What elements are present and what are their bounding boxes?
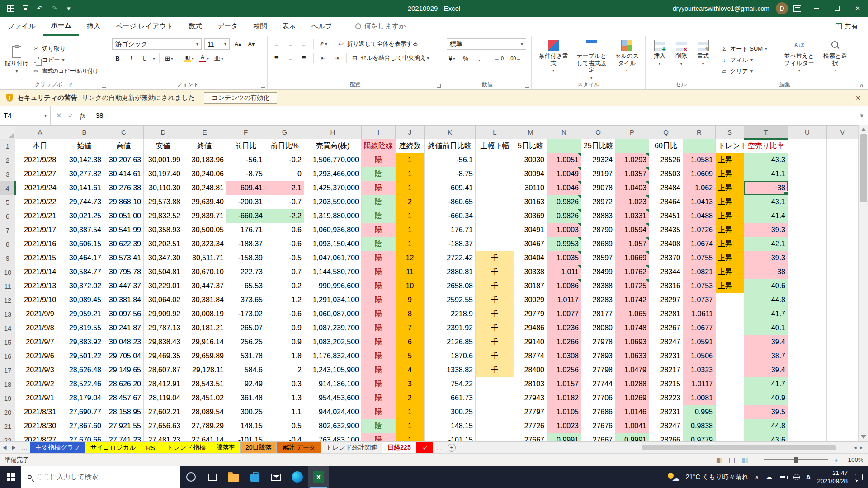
sheet-tab-主要指標グラフ[interactable]: 主要指標グラフ — [30, 442, 85, 453]
sheet-tab-累計 データ[interactable]: 累計 データ — [277, 442, 321, 453]
cell-R19[interactable]: 1.0081 — [683, 391, 716, 405]
cell-Q17[interactable]: 28217 — [649, 363, 683, 377]
cell-T9[interactable]: 39.3 — [744, 251, 788, 265]
cell-L16[interactable]: 千 — [476, 349, 514, 363]
copy-button[interactable]: コピー▾ — [33, 55, 99, 66]
row-header-13[interactable]: 13 — [0, 307, 15, 321]
cell-S5[interactable]: 上昇 — [716, 195, 744, 209]
zoom-in-button[interactable]: + — [834, 456, 838, 464]
cell-G12[interactable]: 1.2 — [265, 293, 304, 307]
cell-C8[interactable]: 30,622.39 — [104, 237, 144, 251]
cell-Q19[interactable]: 28223 — [649, 391, 683, 405]
cell-K8[interactable]: -188.37 — [425, 237, 476, 251]
format-painter-button[interactable]: ✏書式のコピー/貼り付け — [33, 66, 99, 77]
row-header-5[interactable]: 5 — [0, 195, 15, 209]
cell-I10[interactable]: 陽 — [362, 265, 396, 279]
cell-C6[interactable]: 30,051.00 — [104, 209, 144, 223]
cell-K9[interactable]: 2722.42 — [425, 251, 476, 265]
column-header-B[interactable]: B — [65, 126, 104, 139]
cell-K6[interactable]: -660.34 — [425, 209, 476, 223]
increase-indent-button[interactable]: ⇥ — [331, 52, 342, 63]
cell-I13[interactable]: 陽 — [362, 307, 396, 321]
normal-view-button[interactable]: ▦ — [716, 456, 722, 464]
cell-F22[interactable]: -101.15 — [226, 433, 265, 442]
cell-L15[interactable]: 千 — [476, 335, 514, 349]
cell-M22[interactable]: 27667 — [514, 433, 547, 442]
cell-A5[interactable]: 2021/9/22 — [15, 195, 65, 209]
cell-A1[interactable]: 本日 — [15, 139, 65, 153]
number-format-select[interactable]: 標準▾ — [447, 38, 526, 50]
cell-J1[interactable]: 連続数 — [396, 139, 425, 153]
sheet-tab-RSI[interactable]: RSI — [141, 442, 162, 453]
cell-Q15[interactable]: 28247 — [649, 335, 683, 349]
zoom-out-button[interactable]: − — [754, 456, 758, 464]
cell-H18[interactable]: 914,186,100 — [304, 377, 362, 391]
cell-T2[interactable]: 43.3 — [744, 153, 788, 167]
cell-T18[interactable]: 41.7 — [744, 377, 788, 391]
cell-L1[interactable]: 上幅下幅 — [476, 139, 514, 153]
hscroll-right-icon[interactable]: ▸ — [860, 445, 863, 450]
cell-V13[interactable] — [827, 307, 859, 321]
cell-J21[interactable]: 1 — [396, 419, 425, 433]
cell-M6[interactable]: 30369 — [514, 209, 547, 223]
cell-S10[interactable]: 上昇 — [716, 265, 744, 279]
row-header-15[interactable]: 15 — [0, 335, 15, 349]
cell-R4[interactable]: 1.062 — [683, 181, 716, 195]
cell-M8[interactable]: 30467 — [514, 237, 547, 251]
cell-J6[interactable]: 1 — [396, 209, 425, 223]
cell-Q14[interactable]: 28267 — [649, 321, 683, 335]
cell-A21[interactable]: 2021/8/30 — [15, 419, 65, 433]
cell-O14[interactable]: 28080 — [581, 321, 615, 335]
cell-C1[interactable]: 高値 — [104, 139, 144, 153]
cell-F13[interactable]: -173.02 — [226, 307, 265, 321]
cell-I5[interactable]: 陰 — [362, 195, 396, 209]
cell-K4[interactable]: 609.41 — [425, 181, 476, 195]
cell-U13[interactable] — [788, 307, 827, 321]
cell-L17[interactable]: 千 — [476, 363, 514, 377]
cell-T7[interactable]: 39.3 — [744, 223, 788, 237]
delete-cells-button[interactable]: 削除▾ — [671, 38, 692, 81]
cell-O6[interactable]: 28883 — [581, 209, 615, 223]
cell-O10[interactable]: 28499 — [581, 265, 615, 279]
zoom-slider-knob[interactable] — [794, 457, 798, 463]
cell-L20[interactable] — [476, 405, 514, 419]
cell-T22[interactable]: 43.6 — [744, 433, 788, 442]
comma-format-button[interactable]: , — [474, 53, 485, 64]
cell-O4[interactable]: 29078 — [581, 181, 615, 195]
cell-O8[interactable]: 28689 — [581, 237, 615, 251]
cell-I18[interactable]: 陽 — [362, 377, 396, 391]
cell-H21[interactable]: 802,632,900 — [304, 419, 362, 433]
cell-E16[interactable]: 29,659.89 — [183, 349, 226, 363]
cell-H11[interactable]: 990,996,600 — [304, 279, 362, 293]
cell-R15[interactable]: 1.0591 — [683, 335, 716, 349]
cell-C4[interactable]: 30,276.38 — [104, 181, 144, 195]
cell-I17[interactable]: 陽 — [362, 363, 396, 377]
page-break-view-button[interactable]: ▥ — [741, 456, 748, 464]
insert-function-icon[interactable]: fx — [80, 112, 85, 120]
cell-R9[interactable]: 1.0755 — [683, 251, 716, 265]
cell-L3[interactable] — [476, 167, 514, 181]
cell-G19[interactable]: 1.3 — [265, 391, 304, 405]
cell-E18[interactable]: 28,543.51 — [183, 377, 226, 391]
cell-B20[interactable]: 27,690.77 — [65, 405, 104, 419]
cell-E12[interactable]: 30,381.84 — [183, 293, 226, 307]
align-right-button[interactable]: ≣ — [298, 52, 309, 63]
cell-V20[interactable] — [827, 405, 859, 419]
cell-L22[interactable] — [476, 433, 514, 442]
cell-L9[interactable]: 千 — [476, 251, 514, 265]
cell-N19[interactable]: 1.0182 — [547, 391, 581, 405]
cell-O22[interactable]: 27667 — [581, 433, 615, 442]
account-email[interactable]: dryyourtearswithlove1@gmail.com — [673, 5, 769, 12]
column-header-L[interactable]: L — [476, 126, 514, 139]
excel-taskbar-button[interactable]: X — [308, 466, 329, 488]
sheet-tab-トレンド指標[interactable]: トレンド指標 — [162, 442, 211, 453]
ribbon-tab-file[interactable]: ファイル — [0, 17, 43, 36]
cell-P10[interactable]: 1.0762 — [615, 265, 649, 279]
cell-T10[interactable]: 38 — [744, 265, 788, 279]
cell-J5[interactable]: 2 — [396, 195, 425, 209]
cell-O5[interactable]: 28972 — [581, 195, 615, 209]
page-layout-view-button[interactable]: ▤ — [729, 456, 735, 464]
row-header-19[interactable]: 19 — [0, 391, 15, 405]
cell-G5[interactable]: -0.7 — [265, 195, 304, 209]
cell-G21[interactable]: 0.5 — [265, 419, 304, 433]
